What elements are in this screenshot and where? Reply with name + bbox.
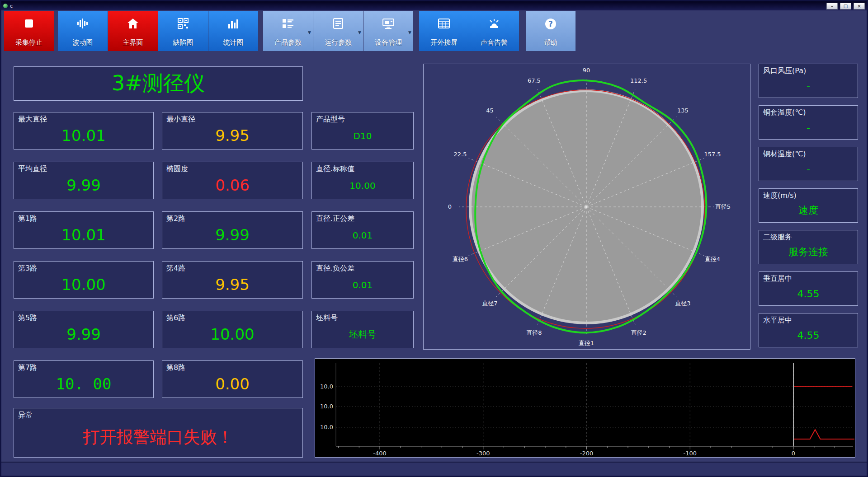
panel-value: 0.01 [312, 271, 413, 298]
panel-sleeve-temperature: 铜套温度(℃)- [759, 105, 858, 140]
panel-billet-number: 坯料号坯料号 [311, 311, 414, 348]
svg-text:直径2: 直径2 [631, 329, 646, 336]
panel-value: 10. 00 [14, 370, 153, 398]
toolbar-button-main-screen[interactable]: 主界面 [108, 11, 158, 51]
toolbar-button-label: 波动图 [73, 38, 93, 47]
svg-text:112.5: 112.5 [630, 77, 647, 84]
panel-value: 10.01 [14, 122, 153, 149]
status-bar [1, 462, 867, 476]
title-bar: c – □ × [1, 1, 867, 10]
close-button[interactable]: × [854, 3, 865, 9]
panel-avg-diameter: 平均直径9.99 [14, 162, 154, 199]
toolbar: 采集停止波动图主界面缺陷图统计图产品参数▼运行参数▼设备管理▼开外接屏声音告警?… [1, 10, 867, 52]
toolbar-button-label: 统计图 [223, 38, 244, 47]
toolbar-button-label: 缺陷图 [173, 38, 193, 47]
svg-text:0: 0 [792, 450, 795, 457]
panel-speed: 速度(m/s)速度 [759, 188, 858, 223]
toolbar-button-product-params[interactable]: 产品参数▼ [263, 11, 313, 51]
svg-text:67.5: 67.5 [528, 77, 541, 84]
panel-value: - [759, 116, 858, 139]
svg-text:10.0: 10.0 [320, 383, 333, 390]
home-icon [108, 18, 158, 29]
panel-value: D10 [312, 122, 413, 149]
panel-value: 4.55 [759, 323, 858, 347]
toolbar-button-device-manage[interactable]: 设备管理▼ [363, 11, 413, 51]
svg-text:-100: -100 [684, 450, 697, 457]
toolbar-button-label: 主界面 [123, 38, 143, 47]
toolbar-button-defect-chart[interactable]: 缺陷图 [158, 11, 208, 51]
panel-value: 10.00 [14, 271, 153, 298]
document-icon [313, 18, 363, 29]
toolbar-button-label: 采集停止 [15, 38, 42, 47]
window-title: c [10, 3, 824, 9]
device-title: 3#测径仪 [112, 70, 205, 98]
chevron-down-icon: ▼ [358, 30, 361, 35]
panel-channel-6: 第6路10.00 [162, 311, 303, 348]
toolbar-button-sound-alarm[interactable]: 声音告警 [469, 11, 519, 51]
toolbar-button-stop-collect[interactable]: 采集停止 [4, 11, 54, 51]
chevron-down-icon: ▼ [308, 30, 311, 35]
toolbar-button-run-params[interactable]: 运行参数▼ [313, 11, 363, 51]
panel-value: 9.99 [14, 171, 153, 199]
panel-channel-8: 第8路0.00 [162, 360, 303, 398]
toolbar-button-external-screen[interactable]: 开外接屏 [419, 11, 469, 51]
alarm-message: 打开报警端口失败！ [14, 417, 302, 457]
question-icon: ? [526, 18, 576, 30]
toolbar-button-label: 运行参数 [325, 38, 352, 47]
panel-ovality: 椭圆度0.06 [162, 162, 303, 199]
panel-steel-temperature: 钢材温度(℃)- [759, 147, 858, 181]
panel-value: 0.06 [162, 171, 302, 199]
panel-product-model: 产品型号D10 [311, 112, 414, 150]
panel-channel-5: 第5路9.99 [14, 311, 154, 348]
panel-minus-tolerance: 直径.负公差0.01 [311, 261, 414, 299]
panel-vertical-centering: 垂直居中4.55 [759, 271, 858, 306]
toolbar-button-label: 声音告警 [481, 38, 508, 47]
panel-value: 10.00 [162, 320, 302, 348]
toolbar-button-stats-chart[interactable]: 统计图 [208, 11, 258, 51]
panel-max-diameter: 最大直径10.01 [14, 112, 154, 150]
panel-value: 9.99 [14, 320, 153, 348]
panel-channel-4: 第4路9.95 [162, 261, 303, 299]
diameter-trend-chart: 10.010.010.0-400-300-200-1000 [315, 359, 855, 457]
chevron-down-icon: ▼ [408, 30, 411, 35]
toolbar-button-label: 设备管理 [375, 38, 402, 47]
table-grid-icon [419, 18, 469, 29]
stop-icon [4, 18, 54, 29]
product-list-icon [263, 18, 313, 29]
panel-value: 9.99 [162, 221, 302, 248]
waveform-icon [58, 18, 108, 29]
toolbar-button-wave-chart[interactable]: 波动图 [58, 11, 108, 51]
siren-icon [469, 18, 519, 30]
panel-value: 10.01 [14, 221, 153, 248]
toolbar-button-help[interactable]: ?帮助 [526, 11, 576, 51]
defect-grid-icon [158, 18, 208, 29]
bar-chart-icon [208, 18, 258, 29]
panel-secondary-service: 二级服务服务连接 [759, 230, 858, 264]
svg-text:直径6: 直径6 [453, 256, 468, 262]
svg-text:直径4: 直径4 [705, 256, 720, 262]
window-icon [3, 4, 8, 8]
device-title-panel: 3#测径仪 [14, 66, 303, 101]
svg-text:直径5: 直径5 [715, 203, 731, 210]
panel-channel-1: 第1路10.01 [14, 211, 154, 249]
panel-value: - [759, 157, 858, 181]
cross-section-chart-panel: 022.54567.590112.5135157.5直径5直径4直径3直径2直径… [423, 64, 750, 350]
panel-air-pressure: 风口风压(Pa)- [759, 64, 858, 98]
panel-value: 服务连接 [759, 240, 858, 264]
svg-text:10.0: 10.0 [320, 403, 333, 410]
svg-text:10.0: 10.0 [320, 424, 333, 430]
svg-text:直径7: 直径7 [482, 300, 497, 307]
panel-value: 9.95 [162, 271, 302, 298]
svg-text:-200: -200 [580, 450, 594, 457]
svg-text:直径3: 直径3 [675, 300, 690, 307]
panel-nominal-diameter: 直径.标称值10.00 [311, 162, 414, 199]
panel-value: 坯料号 [312, 321, 413, 348]
maximize-button[interactable]: □ [840, 3, 851, 9]
minimize-button[interactable]: – [826, 3, 838, 9]
panel-horizontal-centering: 水平居中4.55 [759, 313, 858, 347]
svg-text:0: 0 [448, 203, 452, 210]
trend-chart-panel: 10.010.010.0-400-300-200-1000 [315, 358, 855, 458]
svg-text:直径8: 直径8 [526, 329, 542, 336]
panel-value: 10.00 [312, 172, 413, 199]
svg-text:135: 135 [677, 107, 689, 114]
